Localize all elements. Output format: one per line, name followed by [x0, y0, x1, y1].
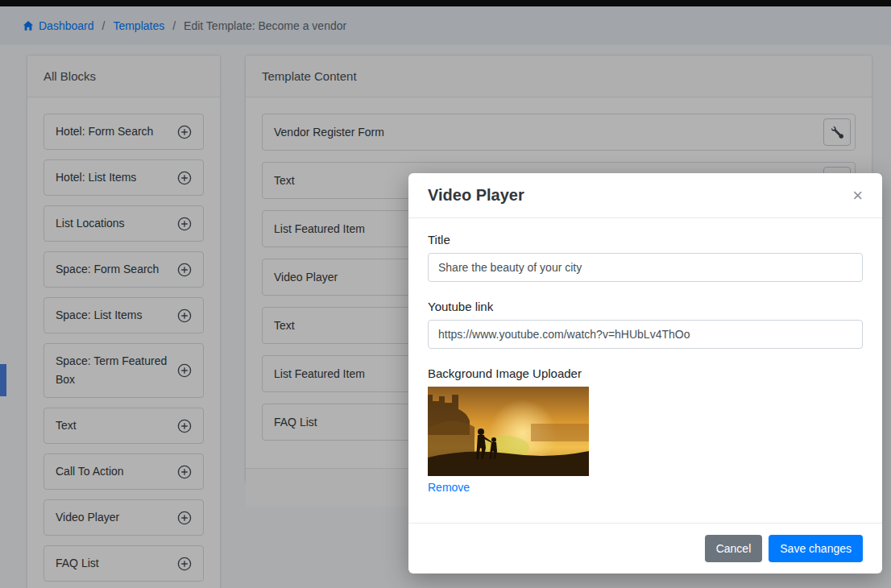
video-player-modal: Video Player × Title Youtube link Backgr… — [408, 173, 882, 574]
title-input[interactable] — [428, 253, 863, 282]
youtube-field-label: Youtube link — [428, 300, 863, 313]
modal-title: Video Player — [428, 186, 524, 205]
remove-image-link[interactable]: Remove — [428, 481, 470, 494]
save-changes-button[interactable]: Save changes — [769, 535, 863, 562]
modal-body: Title Youtube link Background Image Uplo… — [408, 218, 882, 523]
modal-footer: Cancel Save changes — [408, 523, 882, 574]
modal-header: Video Player × — [408, 173, 882, 218]
title-field-label: Title — [428, 233, 863, 246]
cancel-button[interactable]: Cancel — [705, 535, 763, 562]
background-image-thumbnail[interactable] — [428, 387, 589, 476]
youtube-link-input[interactable] — [428, 320, 863, 349]
background-uploader-label: Background Image Uploader — [428, 366, 863, 380]
close-icon[interactable]: × — [852, 187, 863, 205]
